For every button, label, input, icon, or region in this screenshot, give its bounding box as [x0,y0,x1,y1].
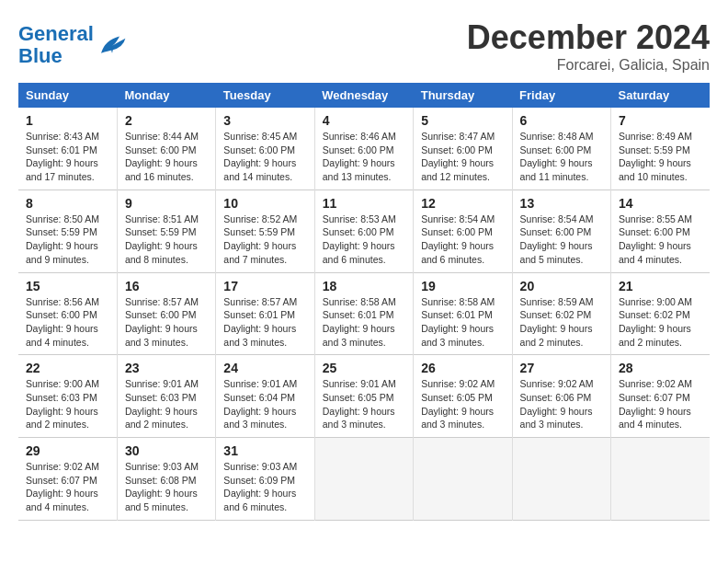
day-info: Sunrise: 9:02 AMSunset: 6:05 PMDaylight:… [421,377,504,431]
day-info: Sunrise: 9:00 AMSunset: 6:02 PMDaylight:… [619,295,702,350]
calendar-cell: 15Sunrise: 8:56 AMSunset: 6:00 PMDayligh… [18,272,117,355]
calendar-cell [611,438,710,521]
day-header-wednesday: Wednesday [314,83,413,108]
calendar-cell: 23Sunrise: 9:01 AMSunset: 6:03 PMDayligh… [117,355,215,438]
day-info: Sunrise: 9:01 AMSunset: 6:05 PMDaylight:… [323,377,405,431]
logo-blue: Blue [18,44,63,67]
logo-text: General Blue [18,23,94,67]
calendar-cell: 9Sunrise: 8:51 AMSunset: 5:59 PMDaylight… [117,190,215,272]
calendar-subtitle: Forcarei, Galicia, Spain [467,57,710,74]
calendar-cell: 2Sunrise: 8:44 AMSunset: 6:00 PMDaylight… [117,108,215,190]
calendar-header-row: SundayMondayTuesdayWednesdayThursdayFrid… [18,83,710,108]
calendar-cell: 22Sunrise: 9:00 AMSunset: 6:03 PMDayligh… [18,355,117,438]
day-number: 15 [26,279,109,293]
day-number: 17 [223,279,306,293]
calendar-week-row: 1Sunrise: 8:43 AMSunset: 6:01 PMDaylight… [18,108,710,190]
day-number: 18 [323,279,405,293]
day-info: Sunrise: 9:02 AMSunset: 6:07 PMDaylight:… [619,377,702,431]
calendar-cell: 27Sunrise: 9:02 AMSunset: 6:06 PMDayligh… [512,355,610,438]
day-info: Sunrise: 8:54 AMSunset: 6:00 PMDaylight:… [421,213,504,267]
calendar-cell: 12Sunrise: 8:54 AMSunset: 6:00 PMDayligh… [414,190,512,272]
calendar-cell: 5Sunrise: 8:47 AMSunset: 6:00 PMDaylight… [414,108,512,190]
day-number: 14 [619,196,702,211]
calendar-week-row: 8Sunrise: 8:50 AMSunset: 5:59 PMDaylight… [18,190,710,272]
day-info: Sunrise: 9:02 AMSunset: 6:06 PMDaylight:… [520,377,603,431]
day-number: 10 [223,196,306,211]
day-number: 1 [26,113,109,128]
calendar-cell: 11Sunrise: 8:53 AMSunset: 6:00 PMDayligh… [314,190,413,272]
day-info: Sunrise: 8:59 AMSunset: 6:02 PMDaylight:… [520,295,603,350]
calendar-cell: 17Sunrise: 8:57 AMSunset: 6:01 PMDayligh… [216,272,314,355]
day-number: 3 [223,113,306,128]
day-info: Sunrise: 8:58 AMSunset: 6:01 PMDaylight:… [421,295,504,350]
calendar-cell: 26Sunrise: 9:02 AMSunset: 6:05 PMDayligh… [414,355,512,438]
day-number: 9 [125,196,208,211]
calendar-cell: 7Sunrise: 8:49 AMSunset: 5:59 PMDaylight… [611,108,710,190]
day-number: 25 [323,361,405,375]
day-number: 30 [125,443,208,458]
day-number: 13 [520,196,603,211]
day-header-saturday: Saturday [611,83,710,108]
day-number: 26 [421,361,504,375]
calendar-cell: 24Sunrise: 9:01 AMSunset: 6:04 PMDayligh… [216,355,314,438]
day-number: 24 [223,361,306,375]
day-info: Sunrise: 8:48 AMSunset: 6:00 PMDaylight:… [520,130,603,184]
day-number: 8 [26,196,109,211]
title-block: December 2024 Forcarei, Galicia, Spain [467,18,710,74]
calendar-cell: 21Sunrise: 9:00 AMSunset: 6:02 PMDayligh… [611,272,710,355]
day-header-tuesday: Tuesday [216,83,314,108]
day-number: 12 [421,196,504,211]
calendar-cell [414,438,512,521]
logo: General Blue [18,23,127,67]
calendar-cell: 20Sunrise: 8:59 AMSunset: 6:02 PMDayligh… [512,272,610,355]
logo-general: General [18,22,94,45]
calendar-cell [512,438,610,521]
day-info: Sunrise: 9:00 AMSunset: 6:03 PMDaylight:… [26,377,109,431]
calendar-cell: 13Sunrise: 8:54 AMSunset: 6:00 PMDayligh… [512,190,610,272]
day-number: 19 [421,279,504,293]
day-info: Sunrise: 8:46 AMSunset: 6:00 PMDaylight:… [323,130,405,184]
logo-bird-icon [97,32,127,58]
calendar-cell: 6Sunrise: 8:48 AMSunset: 6:00 PMDaylight… [512,108,610,190]
day-info: Sunrise: 8:56 AMSunset: 6:00 PMDaylight:… [26,295,109,350]
calendar-cell: 10Sunrise: 8:52 AMSunset: 5:59 PMDayligh… [216,190,314,272]
day-info: Sunrise: 9:03 AMSunset: 6:08 PMDaylight:… [125,460,208,514]
calendar-cell: 19Sunrise: 8:58 AMSunset: 6:01 PMDayligh… [414,272,512,355]
day-info: Sunrise: 8:47 AMSunset: 6:00 PMDaylight:… [421,130,504,184]
day-header-thursday: Thursday [414,83,512,108]
day-number: 16 [125,279,208,293]
day-info: Sunrise: 8:45 AMSunset: 6:00 PMDaylight:… [223,130,306,184]
day-info: Sunrise: 8:49 AMSunset: 5:59 PMDaylight:… [619,130,702,184]
day-number: 6 [520,113,603,128]
day-number: 20 [520,279,603,293]
calendar-cell: 31Sunrise: 9:03 AMSunset: 6:09 PMDayligh… [216,438,314,521]
day-info: Sunrise: 8:51 AMSunset: 5:59 PMDaylight:… [125,213,208,267]
calendar-week-row: 15Sunrise: 8:56 AMSunset: 6:00 PMDayligh… [18,272,710,355]
calendar-cell: 25Sunrise: 9:01 AMSunset: 6:05 PMDayligh… [314,355,413,438]
day-number: 5 [421,113,504,128]
day-number: 7 [619,113,702,128]
day-info: Sunrise: 8:55 AMSunset: 6:00 PMDaylight:… [619,213,702,267]
day-number: 23 [125,361,208,375]
page-header: General Blue December 2024 Forcarei, Gal… [18,18,710,74]
calendar-cell [314,438,413,521]
day-number: 22 [26,361,109,375]
calendar-table: SundayMondayTuesdayWednesdayThursdayFrid… [18,83,710,521]
calendar-cell: 4Sunrise: 8:46 AMSunset: 6:00 PMDaylight… [314,108,413,190]
day-info: Sunrise: 8:44 AMSunset: 6:00 PMDaylight:… [125,130,208,184]
calendar-cell: 18Sunrise: 8:58 AMSunset: 6:01 PMDayligh… [314,272,413,355]
day-info: Sunrise: 9:03 AMSunset: 6:09 PMDaylight:… [223,460,306,514]
calendar-cell: 28Sunrise: 9:02 AMSunset: 6:07 PMDayligh… [611,355,710,438]
day-header-friday: Friday [512,83,610,108]
day-info: Sunrise: 8:52 AMSunset: 5:59 PMDaylight:… [223,213,306,267]
day-info: Sunrise: 8:43 AMSunset: 6:01 PMDaylight:… [26,130,109,184]
calendar-cell: 16Sunrise: 8:57 AMSunset: 6:00 PMDayligh… [117,272,215,355]
day-info: Sunrise: 8:57 AMSunset: 6:01 PMDaylight:… [223,295,306,350]
day-number: 21 [619,279,702,293]
day-header-sunday: Sunday [18,83,117,108]
day-number: 27 [520,361,603,375]
calendar-title: December 2024 [467,18,710,57]
day-number: 2 [125,113,208,128]
calendar-cell: 30Sunrise: 9:03 AMSunset: 6:08 PMDayligh… [117,438,215,521]
calendar-cell: 14Sunrise: 8:55 AMSunset: 6:00 PMDayligh… [611,190,710,272]
